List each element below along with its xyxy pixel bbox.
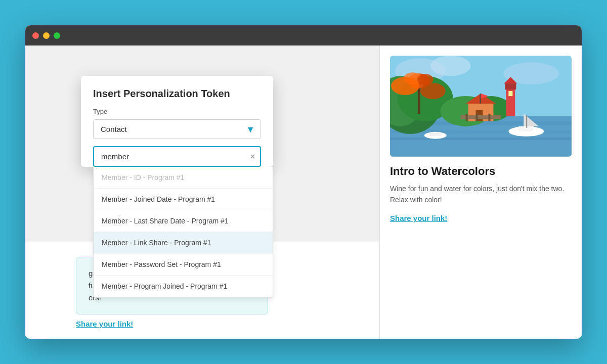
left-panel: Insert Personalization Token Type Contac…	[25, 46, 379, 339]
share-link[interactable]: Share your link!	[390, 214, 447, 222]
email-share-link[interactable]: Share your link!	[76, 320, 133, 328]
token-modal: Insert Personalization Token Type Contac…	[81, 76, 273, 167]
right-panel: Intro to Watercolors Wine for fun and wa…	[379, 46, 582, 339]
painting-description: Wine for fun and water for colors, just …	[390, 183, 572, 206]
svg-rect-20	[505, 83, 516, 89]
svg-rect-22	[508, 91, 512, 96]
list-item[interactable]: Member - ID - Program #1	[94, 167, 273, 189]
painting-svg	[390, 56, 572, 157]
clear-search-button[interactable]: ×	[250, 152, 255, 161]
list-item[interactable]: Member - Last Share Date - Program #1	[94, 210, 273, 232]
svg-rect-29	[488, 114, 490, 121]
dropdown-list: Member - ID - Program #1 Member - Joined…	[93, 167, 273, 298]
svg-rect-7	[390, 138, 572, 140]
svg-rect-28	[476, 114, 478, 121]
svg-rect-33	[526, 115, 527, 128]
maximize-button[interactable]	[54, 32, 60, 39]
close-button[interactable]	[32, 32, 39, 39]
dropdown-scroll[interactable]: Member - ID - Program #1 Member - Joined…	[94, 167, 273, 297]
search-wrapper: ×	[93, 146, 261, 167]
svg-point-16	[420, 83, 446, 99]
list-item[interactable]: Member - Joined Date - Program #1	[94, 189, 273, 210]
type-label: Type	[93, 108, 261, 115]
svg-point-2	[430, 56, 471, 76]
modal-body: Type Contact ▼ × Member - ID - Program #…	[81, 108, 273, 167]
list-item[interactable]: Member - Program Joined - Program #1	[94, 276, 273, 297]
svg-rect-36	[480, 94, 481, 104]
search-input[interactable]	[93, 146, 261, 167]
modal-header: Insert Personalization Token	[81, 76, 273, 108]
type-select-wrapper: Contact ▼	[93, 119, 261, 139]
svg-rect-35	[429, 132, 442, 136]
list-item[interactable]: Member - Password Set - Program #1	[94, 254, 273, 276]
browser-window: Insert Personalization Token Type Contac…	[25, 25, 582, 339]
list-item-selected[interactable]: Member - Link Share - Program #1	[94, 232, 273, 254]
browser-content: Insert Personalization Token Type Contac…	[25, 46, 582, 339]
type-select[interactable]: Contact	[93, 119, 261, 139]
email-text-fragment: g	[89, 269, 93, 278]
svg-point-15	[391, 77, 419, 95]
modal-title: Insert Personalization Token	[93, 88, 261, 100]
browser-titlebar	[25, 25, 582, 46]
svg-rect-27	[466, 114, 468, 121]
minimize-button[interactable]	[43, 32, 50, 39]
painting-title: Intro to Watercolors	[390, 165, 572, 178]
painting-image	[390, 56, 572, 157]
svg-rect-19	[506, 86, 515, 116]
